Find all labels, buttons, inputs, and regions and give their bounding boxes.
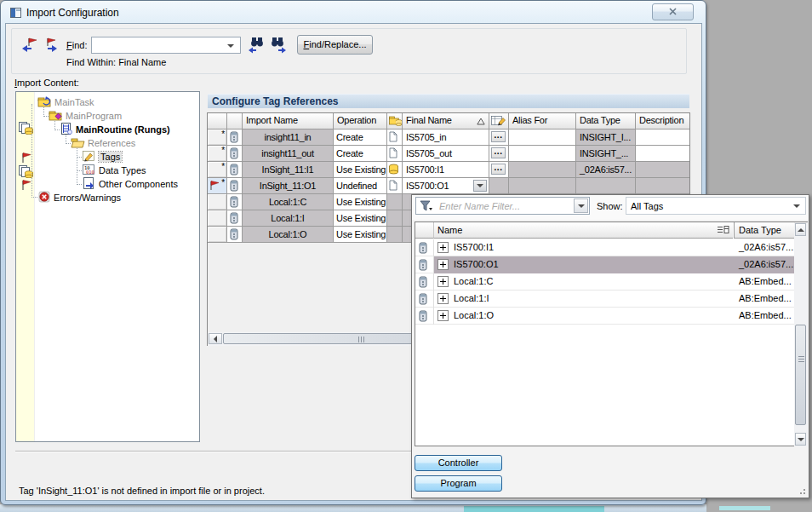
tag-name: Local:1:I <box>454 293 489 303</box>
expand-plus-icon[interactable] <box>437 242 449 253</box>
alias-for-cell <box>509 162 576 178</box>
find-combobox-arrow-icon[interactable] <box>227 44 234 48</box>
find-previous-icon[interactable] <box>248 36 266 55</box>
folder-task-icon <box>37 95 52 107</box>
operation-cell[interactable]: Use Existing <box>334 162 387 178</box>
data-type-cell: _02A6:is57... <box>576 162 636 178</box>
row-header[interactable] <box>208 227 227 243</box>
import-name-cell: Local:1:C <box>243 194 334 210</box>
final-name-dropdown-button[interactable] <box>473 180 487 192</box>
name-filter-dropdown-button[interactable] <box>574 198 588 213</box>
find-combobox[interactable] <box>91 37 241 54</box>
tag-name: Local:1:C <box>454 276 493 286</box>
col-header-import-name[interactable]: Import Name <box>243 113 334 129</box>
operation-cell[interactable]: Use Existing <box>334 210 387 227</box>
browse-button[interactable]: ... <box>491 164 506 175</box>
expand-plus-icon[interactable] <box>437 276 449 287</box>
col-header-data-type[interactable]: Data Type <box>576 113 636 129</box>
final-name-browse-cell[interactable]: ... <box>489 129 509 146</box>
tag-data-type: AB:Embed... <box>739 310 792 320</box>
program-button[interactable]: Program <box>415 475 502 492</box>
usage-icon-cell <box>387 146 403 162</box>
col-header-edit-icon[interactable] <box>489 113 509 129</box>
find-replace-button[interactable]: Find/Replace... <box>297 35 373 55</box>
expand-plus-icon[interactable] <box>437 259 449 270</box>
col-header-alias-for[interactable]: Alias For <box>509 113 576 129</box>
final-name-browse-cell[interactable]: ... <box>489 146 509 162</box>
tree-item-data-types[interactable]: 10010 Data Types <box>82 164 146 177</box>
goto-previous-flag-icon[interactable] <box>21 37 38 54</box>
operation-cell[interactable]: Create <box>334 146 387 162</box>
tree-item-other-components[interactable]: Other Components <box>82 177 178 191</box>
final-name-cell[interactable]: IS5700:I1 <box>403 162 489 178</box>
close-button[interactable] <box>652 3 694 20</box>
expand-plus-icon[interactable] <box>437 293 449 304</box>
final-name-combobox[interactable]: IS5700:O1 <box>403 178 489 194</box>
col-header-description[interactable]: Description <box>636 113 689 129</box>
tag-picker-row[interactable]: IS5700:I1_02A6:is57... <box>415 239 794 256</box>
col-header-rowselect[interactable] <box>208 113 227 129</box>
expand-plus-icon[interactable] <box>437 310 449 321</box>
column-options-icon[interactable] <box>717 225 729 235</box>
tag-data-type: AB:Embed... <box>739 293 792 303</box>
resize-grip-icon[interactable] <box>797 486 807 496</box>
col-header-operation[interactable]: Operation <box>334 113 387 129</box>
tree-item-maintask[interactable]: MainTask <box>37 95 94 109</box>
final-name-browse-cell[interactable]: ... <box>489 162 509 178</box>
row-header[interactable] <box>208 210 227 227</box>
tree-item-label: Other Components <box>99 179 178 189</box>
tag-picker-row[interactable]: IS5700:O1_02A6:is57... <box>415 256 794 273</box>
tree-item-mainprogram[interactable]: MainProgram <box>49 109 122 123</box>
scroll-left-button[interactable] <box>209 333 222 344</box>
tree-item-errors-warnings[interactable]: Errors/Warnings <box>37 191 121 204</box>
col-header-final-name[interactable]: Final Name <box>403 113 489 129</box>
sort-ascending-icon <box>477 118 485 125</box>
tag-picker-row[interactable]: Local:1:CAB:Embed... <box>415 273 794 291</box>
tree-item-mainroutine[interactable]: MainRoutine (Rungs) <box>60 123 170 136</box>
name-filter-combobox[interactable]: Enter Name Filter... <box>415 197 590 215</box>
description-cell <box>636 146 689 162</box>
list-header-datatype[interactable]: Data Type <box>734 222 794 239</box>
row-header[interactable]: * <box>208 129 227 146</box>
controller-button[interactable]: Controller <box>415 455 502 471</box>
filter-funnel-icon <box>419 199 432 212</box>
show-combobox-arrow-icon[interactable] <box>793 204 800 208</box>
browse-button[interactable]: ... <box>491 147 506 158</box>
row-header[interactable] <box>208 194 227 210</box>
tree-item-tags[interactable]: Tags <box>82 150 122 164</box>
tag-picker-row[interactable]: Local:1:OAB:Embed... <box>415 308 794 325</box>
browse-button[interactable]: ... <box>491 131 506 142</box>
tag-picker-row[interactable]: Local:1:IAB:Embed... <box>415 291 794 308</box>
list-vscrollbar[interactable] <box>794 222 808 446</box>
operation-cell[interactable]: Create <box>334 129 387 146</box>
row-header[interactable]: * <box>208 162 227 178</box>
show-combobox-value: All Tags <box>631 201 663 211</box>
usage-icon-cell <box>387 129 403 146</box>
tree-item-label: Data Types <box>99 165 146 175</box>
tree-item-label: Errors/Warnings <box>54 193 121 203</box>
program-button-label: Program <box>440 478 476 488</box>
tag-name: IS5700:O1 <box>454 259 499 269</box>
show-combobox[interactable]: All Tags <box>626 197 806 215</box>
find-within-label: Find Within: Final Name <box>66 57 166 67</box>
tree-item-references[interactable]: References <box>71 136 135 150</box>
data-types-icon: 10010 <box>82 164 96 175</box>
find-next-icon[interactable] <box>268 36 287 55</box>
operation-cell[interactable]: Undefined <box>334 178 387 194</box>
final-name-cell[interactable]: IS5705_in <box>403 129 489 146</box>
datatype-header-label: Data Type <box>739 225 781 235</box>
list-header-name[interactable]: Name <box>433 222 733 239</box>
scroll-up-button[interactable] <box>795 223 806 236</box>
operation-cell[interactable]: Use Existing <box>334 227 387 243</box>
goto-next-flag-icon[interactable] <box>42 37 59 54</box>
vscroll-thumb[interactable] <box>795 325 806 425</box>
scroll-down-button[interactable] <box>795 433 806 446</box>
row-header[interactable]: * <box>208 146 227 162</box>
col-header-tagicon[interactable] <box>227 113 243 129</box>
final-name-cell[interactable]: IS5705_out <box>403 146 489 162</box>
row-header[interactable]: * <box>208 178 227 194</box>
operation-cell[interactable]: Use Existing <box>334 194 387 210</box>
tag-icon-cell <box>227 178 243 194</box>
usage-icon-cell <box>387 178 403 194</box>
col-header-usage-icon[interactable] <box>387 113 403 129</box>
